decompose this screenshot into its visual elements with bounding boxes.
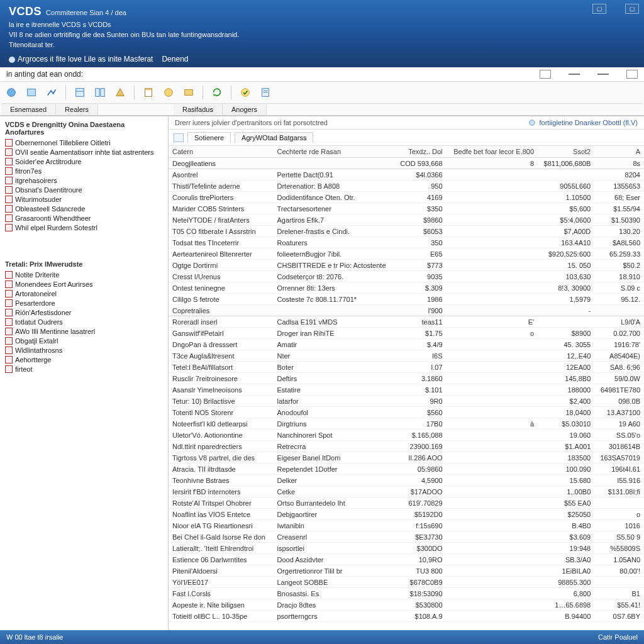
sidebar-item[interactable]: itgrehasoirers xyxy=(1,175,168,185)
sidebar-item[interactable]: fitron7es xyxy=(1,166,168,175)
banner-link-secondary[interactable]: Denend xyxy=(162,55,188,64)
table-row[interactable]: Aerteartenireol BltenrerterfolieeternBug… xyxy=(169,248,644,260)
toolbar-icon-2[interactable] xyxy=(24,86,39,99)
app-title: VCDS xyxy=(9,5,42,18)
sidebar-item[interactable]: Grasaroonti Whendtheer xyxy=(1,213,168,223)
sidebar-item[interactable]: Monendees Eort Aurirses xyxy=(1,279,168,289)
table-row[interactable]: Aopeste ir. Nite biligsenDracjo 8dtes$53… xyxy=(169,599,644,611)
sidebar-item[interactable]: OVil seatie Aamentatisorr inhte tiat ast… xyxy=(1,147,168,157)
table-row[interactable]: Thistl/Tefelinte aderneDrterenatior: B A… xyxy=(169,180,644,192)
grid-col-0[interactable]: Catern xyxy=(169,146,274,158)
table-row[interactable]: Uletor'Vó. AotionontineNanchinoreri Spot… xyxy=(169,430,644,441)
table-row[interactable]: NeteiYTODE / firatAntersAgartiros Efik.7… xyxy=(169,214,644,226)
toolbar-tab-2[interactable]: Rasifadus xyxy=(174,104,223,115)
toolbar-icon-8[interactable] xyxy=(161,86,176,99)
subheader-icon-4[interactable] xyxy=(626,70,638,79)
table-row[interactable]: Yöl'I/EE017Langeot SOBBE$678C0B998855.30… xyxy=(169,577,644,588)
toolbar-icon-6[interactable] xyxy=(113,86,128,99)
toolbar-icon-7[interactable] xyxy=(141,86,156,99)
table-row[interactable]: Latierallt;. 'Iteitl Ehlrendtroiispsortl… xyxy=(169,543,644,554)
table-row[interactable]: T05 CO fitberate I AssrstrinDrelener-fra… xyxy=(169,226,644,237)
sidebar-item[interactable]: Obsnat's Daentitroure xyxy=(1,185,168,194)
grid-col-1[interactable]: Cechterte rde Rasan xyxy=(274,146,395,158)
toolbar-icon-9[interactable] xyxy=(181,86,196,99)
toolbar-icon-5[interactable] xyxy=(92,86,108,99)
sidebar-item[interactable]: Obernernonel Tillebliere Oitletri xyxy=(1,138,168,147)
table-row[interactable]: Cresst I/UrenusCodseterçor t8: 2076.9035… xyxy=(169,271,644,282)
window-maximize-button[interactable]: □ xyxy=(625,4,639,14)
table-row[interactable]: Ontest teninegneOrrenner 8ti: 13ers$.309… xyxy=(169,282,644,294)
table-row[interactable]: Rusclir 7reitroinesoreDeftirs3.1860145,8… xyxy=(169,373,644,384)
table-row[interactable]: Ndl.ttirit nparedrectiersRetrecrra23900.… xyxy=(169,441,644,452)
sidebar-item[interactable]: Pesarterdore xyxy=(1,298,168,308)
subheader-icon-2[interactable] xyxy=(569,74,580,75)
table-row[interactable]: Ogtge DortirrniCHSBITTREDE e tr Pio: Act… xyxy=(169,260,644,271)
grid-col-4[interactable]: Ssot2 xyxy=(538,146,594,158)
app-banner: □ □ VCDS Commiterene Sian 4 / dea la ire… xyxy=(0,0,644,67)
table-row[interactable]: DngoPan ä đresssertAmatir$.4/945. 305519… xyxy=(169,339,644,350)
table-row[interactable]: Tetel:l BeAl/fillatsortBoterI.0712EA00SA… xyxy=(169,362,644,373)
sidebar-item[interactable]: AWo Illi Mentinne lasatrerl xyxy=(1,326,168,336)
table-row[interactable]: Totieitl ollBC L.. 10-35pepsortterngcrs$… xyxy=(169,611,644,622)
table-row[interactable]: Ganswitf'ifPetairlDroger iran RihiTE$1.7… xyxy=(169,328,644,339)
subheader-icon-3[interactable] xyxy=(597,74,609,75)
table-row[interactable]: Tetur: 10) Brilactisvelatarfor9R0$2,4000… xyxy=(169,396,644,407)
table-row[interactable]: Todsat ttes TInceterrirRoaturers350163.4… xyxy=(169,237,644,248)
toolbar-tab-0[interactable]: Esnemased xyxy=(1,104,56,115)
toolbar-icon-3[interactable] xyxy=(44,86,59,99)
grid-col-5[interactable]: A xyxy=(594,146,644,158)
subtab-1[interactable]: Sotienere xyxy=(187,132,231,143)
table-row[interactable]: Bei Chel il-Gald Isorse Re donCreasenrl$… xyxy=(169,531,644,543)
table-row[interactable]: Tigrtoss V8 partrel, die desEigeser Bane… xyxy=(169,452,644,464)
sidebar-item[interactable]: Aehortterge xyxy=(1,355,168,364)
table-row[interactable]: Pitenil'AldoersiOrgertretionror Tilil br… xyxy=(169,565,644,577)
table-row[interactable]: Nioor elA TG RieartionesriIwtanibinf:15s… xyxy=(169,520,644,531)
toolbar-icon-12[interactable] xyxy=(258,86,273,99)
banner-link-primary[interactable]: Argroces it fite love Lile as inite Masf… xyxy=(9,55,153,64)
content-header-right[interactable]: fortiigletine Dnanker Obottl (fl.V) xyxy=(528,118,638,127)
table-row[interactable]: Roreradl inserlCadlsa E191 vMDSteas11E'L… xyxy=(169,316,644,328)
sidebar-item[interactable]: Artoratoneirel xyxy=(1,289,168,298)
sidebar-item[interactable]: Notite Driterite xyxy=(1,270,168,279)
toolbar-icon-1[interactable] xyxy=(4,86,19,99)
sidebar-item[interactable]: Whil elpel Rurdern Sotestrl xyxy=(1,223,168,232)
sidebar-item[interactable]: Witurimotsuder xyxy=(1,194,168,204)
grid-col-3[interactable]: Bedfe bet foar lecor E.800 xyxy=(447,146,538,158)
subheader-left-text: in anting dat ean ondd: xyxy=(6,70,83,79)
table-row[interactable]: Fast l.CorslsBnosastsi. Es$18:530906,800… xyxy=(169,588,644,599)
sidebar-item[interactable]: totlatut Oudrers xyxy=(1,317,168,326)
sidebar-item[interactable]: Widlintathrosns xyxy=(1,345,168,355)
window-minimize-button[interactable]: □ xyxy=(592,4,606,14)
table-row[interactable]: Atracia. TII iltrdtasdeRepetendet 1Dotfe… xyxy=(169,464,644,475)
sidebar-item[interactable]: Soider'ee Arctitrodure xyxy=(1,157,168,166)
toolbar-tab-1[interactable]: Realers xyxy=(56,104,98,115)
subheader-icon-1[interactable] xyxy=(540,70,551,79)
sidebar-item[interactable]: Obgatjl Extalrl xyxy=(1,336,168,345)
status-left: W 00 ltae t8 irsalie xyxy=(6,633,63,641)
grid-col-2[interactable]: Texdz.. Dol xyxy=(394,146,447,158)
sidebar-item[interactable]: firteot xyxy=(1,364,168,374)
table-row[interactable]: Cililgo S fetroteCosteste 7c 808.11.7701… xyxy=(169,294,644,305)
table-row[interactable]: Iersirit f'BD internotersCetke$17ADOO1,.… xyxy=(169,486,644,497)
sidebar-item-label: Grasaroonti Whendtheer xyxy=(15,214,91,222)
table-row[interactable]: Coorulis ttrePiortersDodidentifance Oten… xyxy=(169,192,644,203)
subtab-icon[interactable] xyxy=(174,133,184,142)
table-row[interactable]: AsontrelPertette Dact(0.91$4l.03668204 xyxy=(169,169,644,180)
toolbar-icon-10[interactable] xyxy=(209,86,225,99)
table-row[interactable]: Teonhivne BstraesDelker4,590015.680I55.9… xyxy=(169,475,644,486)
table-row[interactable]: Marider COB5 StrintersTrectarsesortener$… xyxy=(169,203,644,214)
table-row[interactable]: Noaflint ias VIOS EntetceDebjgaortirer$5… xyxy=(169,509,644,520)
toolbar-icon-11[interactable] xyxy=(238,86,253,99)
subtab-2[interactable]: AgryWOtad Batgarss xyxy=(235,132,313,143)
table-row[interactable]: Totentl NO5 StorenrAnodoufol$56018,04001… xyxy=(169,407,644,418)
table-row[interactable]: Rotste'Al Tritspel OhobrerOrtso Burrante… xyxy=(169,497,644,509)
table-row[interactable]: Asanslr YimelneoisonsEstatire$.101188000… xyxy=(169,384,644,396)
app-subtitle: Commiterene Sian 4 / dea xyxy=(46,9,126,16)
toolbar-icon-4[interactable] xyxy=(72,86,87,99)
table-row[interactable]: T3ce Augla&ltresentNterI6S12,.E40A85404E… xyxy=(169,350,644,362)
sidebar-item[interactable]: Rión'Arfestisdoner xyxy=(1,308,168,317)
sidebar-item[interactable]: Obleasteell Sdancrede xyxy=(1,204,168,213)
table-row[interactable]: Estience 06 DarlwrntitesDood Aszidvter10… xyxy=(169,554,644,565)
table-row[interactable]: Noteerfist'l kl0 detlearpsiDirgtriuns17B… xyxy=(169,418,644,430)
toolbar-tab-3[interactable]: Anogers xyxy=(223,104,267,115)
